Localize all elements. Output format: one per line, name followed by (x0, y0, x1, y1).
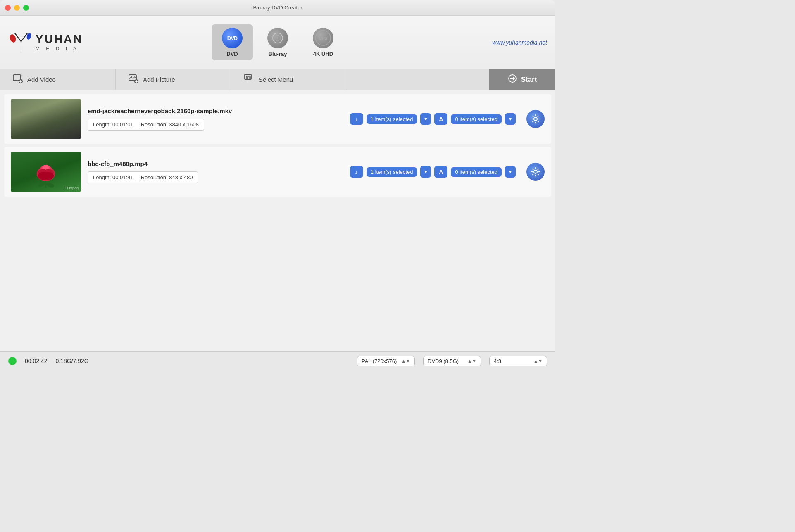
audio-selected-2[interactable]: 1 item(s) selected (367, 167, 417, 177)
svg-line-52 (532, 169, 533, 170)
disc-dropdown-arrow: ▲▼ (467, 359, 476, 363)
format-tab-dvd[interactable]: DVD DVD (212, 24, 253, 60)
add-picture-icon (128, 73, 139, 86)
select-menu-label: Select Menu (259, 76, 293, 83)
uhd-label: 4K UHD (313, 51, 333, 57)
svg-point-43 (42, 172, 54, 180)
video-item: emd-jackreachernevergoback.2160p-sample.… (4, 94, 551, 144)
subtitle-selected-2[interactable]: 0 item(s) selected (451, 167, 502, 177)
format-tabs: DVD DVD Blu-ray UHD 4K UHD (99, 24, 456, 60)
start-icon (508, 74, 517, 86)
video-controls-1: ♪ 1 item(s) selected ▼ A 0 item(s) selec… (350, 113, 516, 125)
add-video-label: Add Video (27, 76, 56, 83)
svg-marker-0 (14, 33, 28, 51)
svg-point-47 (534, 170, 537, 173)
settings-button-1[interactable] (526, 110, 545, 128)
window-controls (5, 5, 29, 11)
maximize-button[interactable] (23, 5, 29, 11)
disc-dropdown[interactable]: DVD9 (8.5G) ▲▼ (423, 356, 481, 366)
subtitle-button-1[interactable]: A (434, 113, 447, 125)
dvd-icon: DVD (222, 28, 243, 48)
logo-yuhan: YUHAN (36, 33, 83, 45)
aspect-value: 4:3 (494, 358, 501, 364)
audio-button-1[interactable]: ♪ (350, 113, 363, 125)
start-label: Start (521, 76, 537, 84)
title-bar: Blu-ray DVD Creator (0, 0, 555, 16)
video-length-1: Length: 00:01:01 (93, 121, 133, 128)
svg-line-53 (538, 174, 539, 175)
svg-line-55 (532, 174, 533, 175)
format-dropdown[interactable]: PAL (720x576) ▲▼ (357, 356, 415, 366)
svg-point-27 (534, 117, 537, 121)
audio-dropdown-1[interactable]: ▼ (420, 113, 431, 125)
minimize-button[interactable] (14, 5, 20, 11)
video-length-2: Length: 00:01:41 (93, 174, 133, 180)
settings-button-2[interactable] (526, 163, 545, 181)
svg-point-5 (277, 37, 278, 39)
status-time: 00:02:42 (25, 358, 48, 364)
format-dropdown-arrow: ▲▼ (401, 359, 410, 363)
svg-line-35 (532, 121, 533, 122)
svg-point-22 (247, 77, 248, 79)
video-info-1: emd-jackreachernevergoback.2160p-sample.… (88, 107, 335, 131)
audio-dropdown-2[interactable]: ▼ (420, 166, 431, 178)
add-picture-label: Add Picture (143, 76, 175, 83)
select-menu-button[interactable]: Select Menu (231, 69, 347, 90)
aspect-dropdown-arrow: ▲▼ (533, 359, 543, 363)
svg-line-34 (538, 116, 539, 117)
logo-media: M E D I A (36, 46, 83, 52)
svg-line-54 (538, 169, 539, 170)
logo-icon (8, 30, 33, 55)
format-tab-4kuhd[interactable]: UHD 4K UHD (302, 24, 344, 60)
dvd-label: DVD (226, 51, 238, 57)
start-button[interactable]: Start (489, 69, 555, 90)
svg-line-32 (532, 116, 533, 117)
toolbar-spacer (347, 69, 489, 90)
website-text: www.yuhanmedia.net (456, 39, 547, 46)
video-resolution-1: Resolution: 3840 x 1608 (141, 121, 199, 128)
subtitle-button-2[interactable]: A (434, 166, 447, 178)
video-thumbnail-1 (11, 99, 81, 139)
svg-text:UHD: UHD (319, 36, 327, 40)
video-filename-1: emd-jackreachernevergoback.2160p-sample.… (88, 107, 335, 114)
subtitle-selected-1[interactable]: 0 item(s) selected (451, 114, 502, 124)
subtitle-dropdown-2[interactable]: ▼ (505, 166, 516, 178)
svg-point-46 (45, 182, 55, 188)
video-item: FFmpeg bbc-cfb_m480p.mp4 Length: 00:01:4… (4, 147, 551, 197)
add-picture-button[interactable]: Add Picture (116, 69, 231, 90)
logo-text: YUHAN M E D I A (36, 33, 83, 52)
audio-selected-1[interactable]: 1 item(s) selected (367, 114, 417, 124)
svg-point-45 (37, 180, 46, 188)
select-menu-icon (244, 73, 255, 86)
format-tab-bluray[interactable]: Blu-ray (257, 24, 298, 60)
uhd-icon: UHD (313, 28, 333, 48)
video-controls-2: ♪ 1 item(s) selected ▼ A 0 item(s) selec… (350, 166, 516, 178)
video-resolution-2: Resolution: 848 x 480 (141, 174, 193, 180)
toolbar: Add Video Add Picture Select Menu (0, 69, 555, 90)
add-video-button[interactable]: Add Video (0, 69, 116, 90)
audio-button-2[interactable]: ♪ (350, 166, 363, 178)
bluray-icon (267, 28, 288, 48)
logo-area: YUHAN M E D I A (8, 30, 99, 55)
status-bar: 00:02:42 0.18G/7.92G PAL (720x576) ▲▼ DV… (0, 352, 555, 370)
svg-line-33 (538, 121, 539, 122)
disc-value: DVD9 (8.5G) (428, 358, 459, 364)
window-title: Blu-ray DVD Creator (253, 5, 302, 11)
add-video-icon (12, 73, 23, 86)
aspect-dropdown[interactable]: 4:3 ▲▼ (489, 356, 547, 366)
content-area: emd-jackreachernevergoback.2160p-sample.… (0, 90, 555, 352)
subtitle-dropdown-1[interactable]: ▼ (505, 113, 516, 125)
thumbnail-overlay-2: FFmpeg (64, 186, 79, 190)
video-meta-1: Length: 00:01:01 Resolution: 3840 x 1608 (88, 119, 204, 131)
video-thumbnail-2: FFmpeg (11, 152, 81, 192)
video-meta-2: Length: 00:01:41 Resolution: 848 x 480 (88, 171, 198, 183)
format-value: PAL (720x576) (362, 358, 397, 364)
status-indicator (8, 357, 17, 365)
video-info-2: bbc-cfb_m480p.mp4 Length: 00:01:41 Resol… (88, 160, 335, 183)
header: YUHAN M E D I A DVD DVD Blu-ray (0, 16, 555, 69)
video-filename-2: bbc-cfb_m480p.mp4 (88, 160, 335, 167)
status-size: 0.18G/7.92G (56, 358, 89, 364)
bluray-label: Blu-ray (269, 51, 287, 57)
close-button[interactable] (5, 5, 11, 11)
